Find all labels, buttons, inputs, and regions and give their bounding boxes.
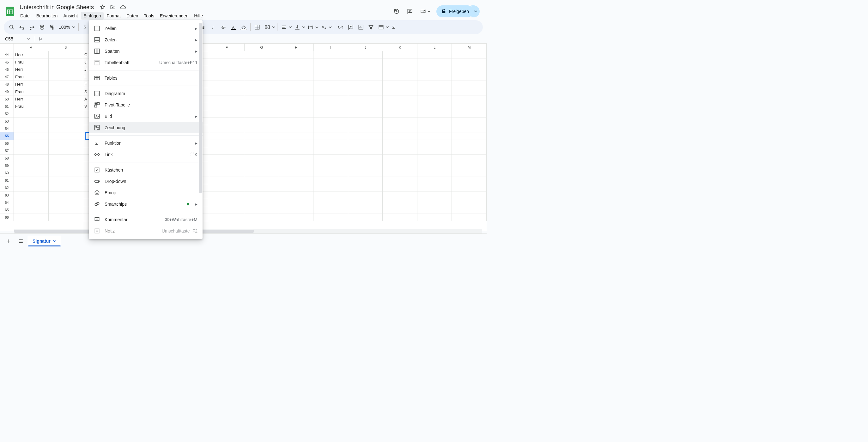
paint-format-icon[interactable] bbox=[48, 23, 57, 32]
menu-item-tables[interactable]: Tables bbox=[89, 72, 203, 84]
row-header[interactable]: 53 bbox=[0, 118, 14, 125]
select-all-corner[interactable] bbox=[0, 43, 14, 51]
comments-icon[interactable] bbox=[406, 8, 414, 15]
menu-daten[interactable]: Daten bbox=[124, 12, 141, 20]
cell[interactable] bbox=[49, 184, 84, 191]
cell[interactable] bbox=[452, 125, 487, 132]
cell[interactable] bbox=[244, 51, 279, 58]
cell[interactable] bbox=[452, 214, 487, 221]
row-header[interactable]: 56 bbox=[0, 140, 14, 147]
cell[interactable]: Frau bbox=[14, 73, 49, 81]
cell[interactable] bbox=[279, 95, 314, 103]
cell[interactable] bbox=[313, 169, 348, 177]
cell[interactable] bbox=[209, 206, 244, 214]
menu-item-spalten[interactable]: Spalten▶ bbox=[89, 45, 203, 57]
cell[interactable] bbox=[348, 51, 383, 58]
cell[interactable] bbox=[209, 88, 244, 95]
cell[interactable] bbox=[417, 199, 452, 206]
cell[interactable] bbox=[313, 132, 348, 140]
cell[interactable] bbox=[14, 155, 49, 162]
star-icon[interactable] bbox=[99, 4, 106, 10]
cell[interactable] bbox=[313, 140, 348, 147]
cell[interactable] bbox=[313, 155, 348, 162]
cell[interactable] bbox=[14, 199, 49, 206]
cell[interactable] bbox=[383, 169, 417, 177]
cell[interactable] bbox=[452, 103, 487, 110]
cell[interactable] bbox=[417, 177, 452, 184]
cell[interactable] bbox=[244, 162, 279, 169]
cell[interactable] bbox=[452, 73, 487, 81]
cell[interactable] bbox=[313, 58, 348, 66]
cell[interactable] bbox=[49, 58, 84, 66]
cell[interactable] bbox=[244, 118, 279, 125]
redo-icon[interactable] bbox=[27, 23, 37, 32]
menu-einfügen[interactable]: Einfügen bbox=[81, 12, 103, 20]
cell[interactable] bbox=[348, 95, 383, 103]
cell[interactable] bbox=[313, 125, 348, 132]
cell[interactable] bbox=[348, 110, 383, 118]
cell[interactable] bbox=[383, 147, 417, 155]
col-header-M[interactable]: M bbox=[452, 43, 486, 51]
cell[interactable]: Frau bbox=[14, 88, 49, 95]
cell[interactable] bbox=[452, 132, 487, 140]
cell[interactable] bbox=[313, 199, 348, 206]
cell[interactable] bbox=[348, 88, 383, 95]
cell[interactable] bbox=[417, 132, 452, 140]
cell[interactable] bbox=[279, 132, 314, 140]
row-header[interactable]: 52 bbox=[0, 110, 14, 118]
cell[interactable] bbox=[14, 147, 49, 155]
col-header-K[interactable]: K bbox=[383, 43, 417, 51]
cell[interactable] bbox=[14, 177, 49, 184]
row-header[interactable]: 55 bbox=[0, 132, 14, 140]
cell[interactable] bbox=[14, 214, 49, 221]
cell[interactable] bbox=[209, 73, 244, 81]
menu-item-funktion[interactable]: ΣFunktion▶ bbox=[89, 137, 203, 149]
cell[interactable] bbox=[417, 66, 452, 73]
cell[interactable] bbox=[452, 58, 487, 66]
rotate[interactable]: A bbox=[319, 23, 332, 32]
row-header[interactable]: 58 bbox=[0, 155, 14, 162]
cell[interactable] bbox=[417, 125, 452, 132]
cell[interactable] bbox=[279, 81, 314, 88]
cell[interactable] bbox=[452, 147, 487, 155]
row-header[interactable]: 59 bbox=[0, 162, 14, 169]
cell[interactable] bbox=[244, 214, 279, 221]
cell[interactable] bbox=[279, 214, 314, 221]
cell[interactable] bbox=[209, 147, 244, 155]
cell[interactable] bbox=[49, 199, 84, 206]
cell[interactable] bbox=[313, 147, 348, 155]
cell[interactable] bbox=[348, 81, 383, 88]
cell[interactable] bbox=[383, 177, 417, 184]
cell[interactable] bbox=[244, 81, 279, 88]
menu-item-kommentar[interactable]: Kommentar⌘+Wahltaste+M bbox=[89, 214, 203, 225]
cell[interactable] bbox=[417, 118, 452, 125]
row-header[interactable]: 65 bbox=[0, 206, 14, 214]
cell[interactable] bbox=[417, 88, 452, 95]
cell[interactable] bbox=[49, 177, 84, 184]
cell[interactable] bbox=[209, 66, 244, 73]
cell[interactable] bbox=[14, 110, 49, 118]
cell[interactable] bbox=[279, 206, 314, 214]
cell[interactable] bbox=[244, 184, 279, 191]
cell[interactable] bbox=[383, 125, 417, 132]
sheets-logo[interactable] bbox=[4, 5, 17, 18]
cell[interactable] bbox=[209, 132, 244, 140]
cell[interactable] bbox=[383, 103, 417, 110]
cell[interactable]: Frau bbox=[14, 103, 49, 110]
cell[interactable] bbox=[452, 51, 487, 58]
cell[interactable] bbox=[348, 132, 383, 140]
cell[interactable] bbox=[383, 162, 417, 169]
cell[interactable] bbox=[209, 58, 244, 66]
cell[interactable] bbox=[452, 206, 487, 214]
cell[interactable] bbox=[244, 132, 279, 140]
cell[interactable] bbox=[279, 199, 314, 206]
wrap[interactable] bbox=[306, 23, 318, 32]
cell[interactable]: Herr bbox=[14, 81, 49, 88]
cell[interactable] bbox=[14, 191, 49, 199]
cell[interactable] bbox=[348, 140, 383, 147]
cell[interactable] bbox=[14, 118, 49, 125]
cell[interactable] bbox=[452, 88, 487, 95]
cell[interactable] bbox=[452, 199, 487, 206]
cell[interactable] bbox=[49, 110, 84, 118]
share-button[interactable]: Freigeben bbox=[436, 5, 473, 18]
